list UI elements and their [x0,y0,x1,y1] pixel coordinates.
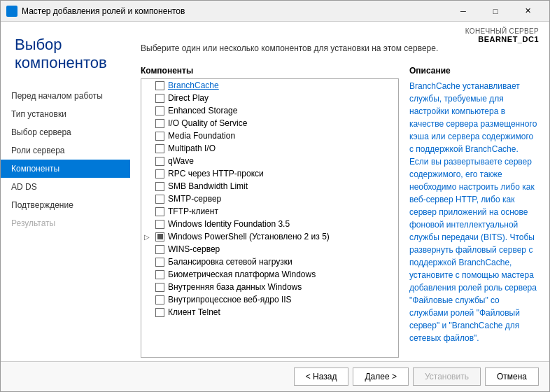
instruction-row: Выберите один или несколько компонентов … [130,43,549,59]
checkbox-biometrics[interactable] [155,270,164,279]
list-item[interactable]: Клиент Telnet [141,306,398,318]
list-item[interactable]: Внутренняя база данных Windows [141,281,398,293]
checkbox-wif[interactable] [155,220,164,229]
expand-placeholder [144,145,154,153]
list-item[interactable]: Внутрипроцессное веб-ядро IIS [141,293,398,306]
checkbox-branchcache[interactable] [155,81,164,90]
maximize-button[interactable]: □ [479,1,512,22]
list-item[interactable]: I/O Quality of Service [141,117,398,130]
list-item[interactable]: SMB Bandwidth Limit [141,180,398,192]
comp-label-qwave: qWave [168,156,194,166]
footer: < Назад Далее > Установить Отмена [1,361,549,391]
expand-placeholder [144,296,154,304]
expand-placeholder [144,94,154,102]
nav-item-adds[interactable]: AD DS [1,178,130,196]
window-icon [6,6,17,17]
list-item[interactable]: BranchCache [141,79,398,92]
checkbox-media-foundation[interactable] [155,132,164,141]
title-bar: Мастер добавления ролей и компонентов ─ … [1,1,549,22]
comp-label-multipath: Multipath I/O [168,144,216,153]
comp-label-rpc-http: RPC через HTTP-прокси [168,169,264,178]
expand-placeholder [144,258,154,266]
list-item[interactable]: SMTP-сервер [141,192,398,205]
checkbox-balancing[interactable] [155,258,164,267]
list-item[interactable]: Enhanced Storage [141,104,398,117]
checkbox-rpc-http[interactable] [155,169,164,178]
checkbox-multipath[interactable] [155,144,164,153]
title-bar-buttons: ─ □ ✕ [447,1,544,22]
components-list[interactable]: BranchCache Direct Play Enhanced Storage [141,78,399,358]
checkbox-iis-core[interactable] [155,295,164,304]
checkbox-telnet[interactable] [155,308,164,317]
comp-label-powershell: Windows PowerShell (Установлено 2 из 5) [168,232,330,241]
comp-label-telnet: Клиент Telnet [168,307,220,317]
list-item[interactable]: Direct Play [141,92,398,104]
expand-placeholder [144,183,154,190]
comp-label-ioqos: I/O Quality of Service [168,118,247,128]
nav-item-results: Результаты [1,214,130,232]
left-panel: Выбор компонентов Перед началом работы Т… [1,22,130,361]
nav-item-components[interactable]: Компоненты [1,160,130,178]
list-item[interactable]: ▷ Windows PowerShell (Установлено 2 из 5… [141,230,398,243]
nav-item-server-roles[interactable]: Роли сервера [1,141,130,160]
server-label: КОНЕЧНЫЙ СЕРВЕР [465,27,539,35]
list-item[interactable]: Media Foundation [141,130,398,142]
list-item[interactable]: qWave [141,155,398,167]
right-panel: КОНЕЧНЫЙ СЕРВЕР BEARNET_DC1 Выберите оди… [130,22,549,361]
checkbox-internal-db[interactable] [155,283,164,292]
comp-label-wif: Windows Identity Foundation 3.5 [168,219,290,229]
comp-label-internal-db: Внутренняя база данных Windows [168,282,302,292]
back-button[interactable]: < Назад [294,368,349,386]
close-button[interactable]: ✕ [512,1,544,22]
checkbox-enhanced-storage[interactable] [155,106,164,115]
checkbox-smb-bw[interactable] [155,182,164,191]
list-item[interactable]: RPC через HTTP-прокси [141,167,398,180]
checkbox-powershell[interactable] [155,232,164,241]
description-panel: Описание BranchCache устанавливает служб… [409,66,539,358]
expand-placeholder [144,82,154,90]
expand-placeholder [144,220,154,228]
comp-label-smb-bw: SMB Bandwidth Limit [168,181,248,191]
description-text: BranchCache устанавливает службы, требуе… [409,80,539,344]
main-content: Компоненты BranchCache Direct Play [130,59,549,361]
comp-label-media-foundation: Media Foundation [168,131,235,141]
title-bar-text: Мастер добавления ролей и компонентов [22,6,447,16]
expand-placeholder [144,158,154,165]
expand-placeholder [144,208,154,216]
components-panel: Компоненты BranchCache Direct Play [141,66,399,358]
nav-item-server-select[interactable]: Выбор сервера [1,123,130,141]
checkbox-ioqos[interactable] [155,119,164,128]
nav-item-install-type[interactable]: Тип установки [1,105,130,123]
list-item[interactable]: Windows Identity Foundation 3.5 [141,218,398,230]
checkbox-directplay[interactable] [155,94,164,103]
server-name: BEARNET_DC1 [465,35,539,43]
right-header: КОНЕЧНЫЙ СЕРВЕР BEARNET_DC1 [130,22,549,43]
list-item[interactable]: Multipath I/O [141,142,398,155]
nav-item-confirm[interactable]: Подтверждение [1,196,130,214]
list-item[interactable]: Балансировка сетевой нагрузки [141,255,398,268]
checkbox-wins[interactable] [155,245,164,254]
list-item[interactable]: Биометрическая платформа Windows [141,268,398,281]
instruction-text: Выберите один или несколько компонентов … [141,43,539,53]
next-button[interactable]: Далее > [353,368,409,386]
cancel-button[interactable]: Отмена [485,368,539,386]
install-button: Установить [413,368,481,386]
page-title-area: Выбор компонентов [1,22,130,83]
list-item[interactable]: WINS-сервер [141,243,398,255]
expand-placeholder [144,284,154,291]
expand-placeholder [144,170,154,178]
expand-placeholder [144,309,154,316]
comp-label-iis-core: Внутрипроцессное веб-ядро IIS [168,295,292,304]
checkbox-smtp[interactable] [155,195,164,204]
checkbox-tftp[interactable] [155,207,164,216]
checkbox-qwave[interactable] [155,157,164,166]
description-header: Описание [409,66,539,76]
expand-placeholder [144,246,154,253]
list-item[interactable]: TFTP-клиент [141,205,398,218]
nav-item-before-start[interactable]: Перед началом работы [1,87,130,105]
comp-label-tftp: TFTP-клиент [168,206,218,216]
expand-placeholder [144,195,154,203]
minimize-button[interactable]: ─ [447,1,479,22]
comp-label-balancing: Балансировка сетевой нагрузки [168,257,292,267]
expand-arrow-powershell[interactable]: ▷ [144,233,154,241]
